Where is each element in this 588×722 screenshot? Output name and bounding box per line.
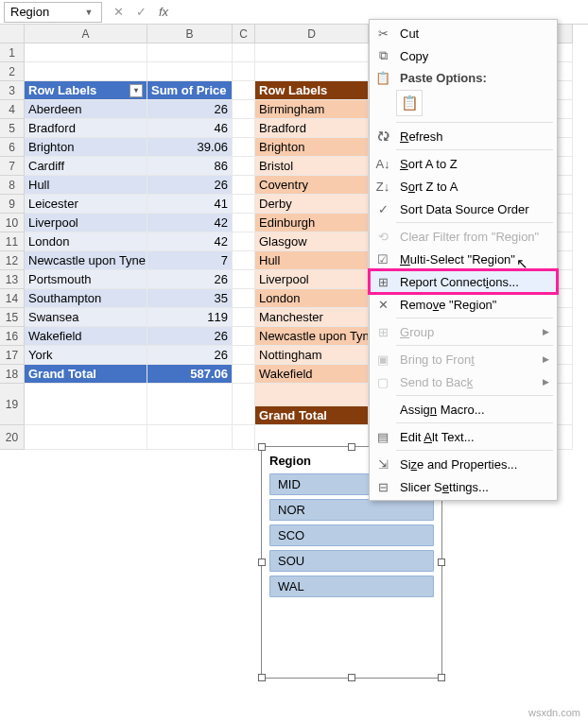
cell[interactable]: Edinburgh — [255, 214, 369, 232]
cell[interactable]: York — [25, 346, 147, 365]
ctx-refresh[interactable]: 🗘Refresh — [370, 125, 557, 147]
cell[interactable]: Brighton — [255, 138, 369, 157]
select-all-corner[interactable] — [0, 25, 25, 43]
resize-handle[interactable] — [258, 443, 266, 451]
cell[interactable] — [25, 43, 147, 62]
ctx-slicer-settings[interactable]: ⊟Slicer Settings... — [370, 475, 557, 498]
ctx-sort-az[interactable]: A↓Sort A to Z — [370, 152, 557, 175]
cell[interactable] — [233, 251, 255, 270]
row-header[interactable]: 10 — [0, 214, 25, 232]
cell[interactable]: Wakefield — [255, 365, 369, 384]
cell[interactable]: Derby — [255, 195, 369, 214]
cell[interactable]: 41 — [147, 195, 233, 214]
row-header[interactable]: 13 — [0, 270, 25, 289]
cell[interactable] — [25, 62, 147, 81]
ctx-sort-za[interactable]: Z↓Sort Z to A — [370, 175, 557, 198]
cell[interactable]: 587.06 — [147, 365, 233, 384]
cell[interactable]: 39.06 — [147, 138, 233, 157]
column-header[interactable]: B — [147, 25, 233, 43]
resize-handle[interactable] — [438, 559, 445, 566]
cell[interactable]: London — [25, 232, 147, 251]
cell[interactable] — [233, 214, 255, 232]
dropdown-icon[interactable]: ▾ — [130, 84, 143, 97]
resize-handle[interactable] — [438, 674, 445, 681]
cell[interactable]: 26 — [147, 270, 233, 289]
cell[interactable]: 46 — [147, 119, 233, 138]
name-box[interactable]: ▼ — [4, 2, 102, 23]
cell[interactable]: Swansea — [25, 308, 147, 327]
cell[interactable] — [233, 425, 255, 450]
cell[interactable]: 26 — [147, 346, 233, 365]
cell[interactable]: Bradford — [255, 119, 369, 138]
row-header[interactable]: 15 — [0, 308, 25, 327]
cell[interactable]: Wakefield — [25, 327, 147, 346]
cell[interactable] — [147, 43, 233, 62]
cell[interactable]: Hull — [255, 251, 369, 270]
cell[interactable]: Liverpool — [25, 214, 147, 232]
cell[interactable]: Aberdeen — [25, 100, 147, 119]
cell[interactable]: Newcastle upon Tyne — [255, 327, 369, 346]
cell[interactable] — [233, 327, 255, 346]
fx-icon[interactable]: fx — [155, 4, 172, 21]
cell[interactable]: 26 — [147, 100, 233, 119]
cell[interactable]: Bradford — [25, 119, 147, 138]
cell[interactable] — [255, 43, 369, 62]
cell[interactable] — [233, 308, 255, 327]
cell[interactable]: Sum of Price — [147, 81, 233, 100]
resize-handle[interactable] — [258, 559, 266, 566]
cell[interactable] — [147, 425, 233, 450]
row-header[interactable]: 5 — [0, 119, 25, 138]
cell[interactable]: 26 — [147, 327, 233, 346]
row-header[interactable]: 17 — [0, 346, 25, 365]
cell[interactable] — [25, 384, 147, 425]
cell[interactable]: Bristol — [255, 157, 369, 176]
cell[interactable]: Coventry — [255, 176, 369, 195]
ctx-report-connections[interactable]: ⊞Report Connections... — [370, 270, 557, 293]
row-header[interactable]: 1 — [0, 43, 25, 62]
resize-handle[interactable] — [348, 674, 355, 681]
cell[interactable]: Nottingham — [255, 346, 369, 365]
cell[interactable]: 42 — [147, 232, 233, 251]
column-header[interactable]: A — [25, 25, 147, 43]
cell[interactable] — [233, 365, 255, 384]
cell[interactable] — [233, 176, 255, 195]
cell[interactable]: Grand Total — [25, 365, 147, 384]
ctx-size-props[interactable]: ⇲Size and Properties... — [370, 453, 557, 475]
cell[interactable] — [233, 119, 255, 138]
cell[interactable] — [233, 232, 255, 251]
ctx-copy[interactable]: ⧉Copy — [370, 44, 557, 67]
ctx-remove[interactable]: ✕Remove "Region" — [370, 293, 557, 316]
name-box-dropdown[interactable]: ▼ — [80, 8, 97, 17]
cell[interactable] — [25, 425, 147, 450]
cell[interactable]: Southampton — [25, 289, 147, 308]
column-header[interactable]: C — [233, 25, 255, 43]
row-header[interactable]: 6 — [0, 138, 25, 157]
paste-option-default[interactable]: 📋 — [396, 90, 423, 116]
cell[interactable] — [255, 62, 369, 81]
row-header[interactable]: 16 — [0, 327, 25, 346]
ctx-edit-alt[interactable]: ▤Edit Alt Text... — [370, 425, 557, 448]
row-header[interactable]: 19 — [0, 384, 25, 425]
cell[interactable]: Leicester — [25, 195, 147, 214]
cell[interactable] — [233, 157, 255, 176]
cell[interactable]: Portsmouth — [25, 270, 147, 289]
cell[interactable]: 86 — [147, 157, 233, 176]
row-header[interactable]: 20 — [0, 425, 25, 450]
row-header[interactable]: 18 — [0, 365, 25, 384]
cell[interactable]: Row Labels▾ — [25, 81, 147, 100]
row-header[interactable]: 3 — [0, 81, 25, 100]
column-header[interactable]: D — [255, 25, 369, 43]
resize-handle[interactable] — [258, 674, 266, 681]
cell[interactable] — [233, 138, 255, 157]
name-box-input[interactable] — [5, 3, 80, 22]
cell[interactable]: 7 — [147, 251, 233, 270]
row-header[interactable]: 7 — [0, 157, 25, 176]
cell[interactable] — [233, 43, 255, 62]
cell[interactable]: Manchester — [255, 308, 369, 327]
row-header[interactable]: 4 — [0, 100, 25, 119]
cell[interactable]: Grand Total — [255, 384, 369, 425]
cell[interactable] — [233, 62, 255, 81]
row-header[interactable]: 12 — [0, 251, 25, 270]
cell[interactable]: London — [255, 289, 369, 308]
ctx-cut[interactable]: ✂Cut — [370, 22, 557, 44]
